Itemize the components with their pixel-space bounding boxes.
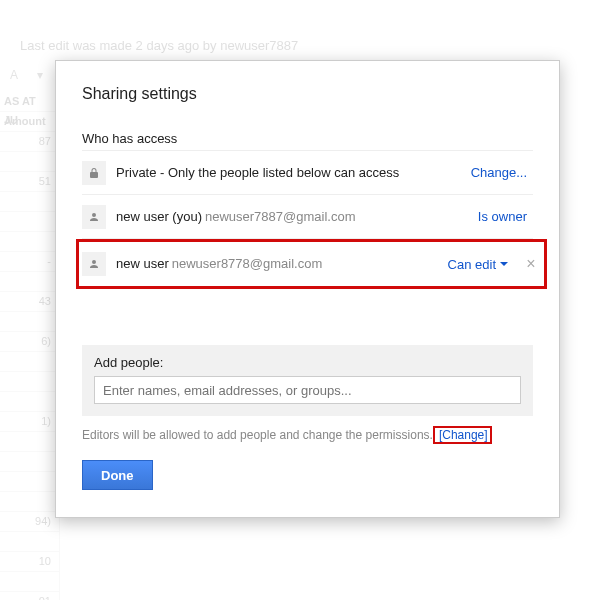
editor-permissions-note: Editors will be allowed to add people an… <box>82 426 533 444</box>
done-button[interactable]: Done <box>82 460 153 490</box>
add-people-section: Add people: <box>82 345 533 416</box>
sharing-settings-dialog: Sharing settings Who has access Private … <box>55 60 560 518</box>
col-header-2: Amount <box>0 112 60 132</box>
remove-user-button[interactable]: × <box>524 255 544 273</box>
person-icon <box>82 252 106 276</box>
permission-dropdown[interactable]: Can edit <box>448 257 514 272</box>
highlight-box: new usernewuser8778@gmail.com Can edit × <box>76 239 547 289</box>
who-has-access-label: Who has access <box>82 131 533 146</box>
person-icon <box>82 205 106 229</box>
access-private-text: Private - Only the people listed below c… <box>116 164 461 182</box>
dialog-title: Sharing settings <box>82 85 533 103</box>
add-people-input[interactable] <box>94 376 521 404</box>
owner-role-label: Is owner <box>478 209 533 224</box>
lock-icon <box>82 161 106 185</box>
access-list: Private - Only the people listed below c… <box>82 150 533 289</box>
chevron-down-icon <box>500 262 508 266</box>
access-row-shared-user: new usernewuser8778@gmail.com Can edit × <box>82 242 544 286</box>
access-row-private: Private - Only the people listed below c… <box>82 151 533 195</box>
col-header-1: AS AT JU <box>0 92 60 112</box>
access-row-owner: new user (you)newuser7887@gmail.com Is o… <box>82 195 533 239</box>
change-visibility-link[interactable]: Change... <box>471 165 533 180</box>
highlight-box-2: [Change] <box>433 426 492 444</box>
owner-label: new user (you)newuser7887@gmail.com <box>116 208 468 226</box>
tool-dd: ▾ <box>30 65 50 85</box>
shared-user-label: new usernewuser8778@gmail.com <box>116 255 438 273</box>
tool-fontcolor: A <box>4 65 24 85</box>
change-editor-permissions-link[interactable]: [Change] <box>439 428 488 442</box>
add-people-label: Add people: <box>94 355 521 370</box>
last-edit-text: Last edit was made 2 days ago by newuser… <box>20 38 298 53</box>
